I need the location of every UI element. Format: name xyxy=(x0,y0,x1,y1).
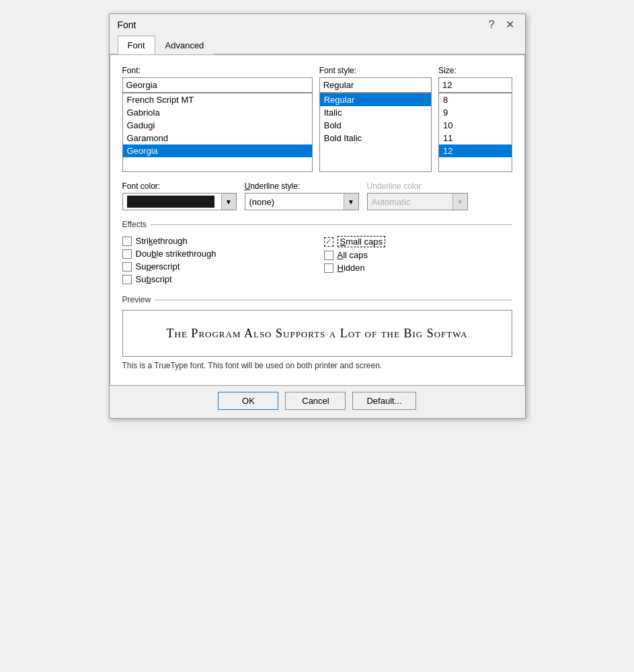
superscript-checkbox[interactable] xyxy=(122,262,132,271)
effects-left-col: StrikStrikethroughethrough Double strike… xyxy=(122,235,311,286)
subscript-label: Subscript xyxy=(136,274,172,284)
size-listbox[interactable]: 8 9 10 11 12 xyxy=(438,93,512,172)
cancel-button[interactable]: Cancel xyxy=(285,392,346,410)
underline-style-label: Underline style: xyxy=(245,181,359,191)
preview-section: Preview The Program Also Supports a Lot … xyxy=(122,295,512,370)
effects-grid: StrikStrikethroughethrough Double strike… xyxy=(122,235,512,286)
style-listbox[interactable]: Regular Italic Bold Bold Italic xyxy=(319,93,432,172)
list-item[interactable]: Gadugi xyxy=(123,119,312,132)
list-item[interactable]: Bold xyxy=(320,119,431,132)
underline-color-group: Underline color: Automatic ▼ xyxy=(367,181,468,210)
dropdown-arrow-icon: ▼ xyxy=(344,194,358,210)
color-value xyxy=(123,194,221,209)
size-label: Size: xyxy=(438,66,512,75)
preview-text: The Program Also Supports a Lot of the B… xyxy=(167,327,468,341)
color-swatch xyxy=(127,196,214,208)
superscript-row: Superscript xyxy=(122,260,311,273)
title-bar-buttons: ? ✕ xyxy=(486,19,517,30)
underline-color-value: Automatic xyxy=(368,197,452,207)
preview-title: Preview xyxy=(122,295,151,304)
colors-row: Font color: ▼ Underline style: (none) ▼ xyxy=(122,181,512,210)
font-input[interactable] xyxy=(122,77,313,93)
underline-color-dropdown[interactable]: Automatic ▼ xyxy=(367,193,468,210)
font-field-group: Font: French Script MT Gabriola Gadugi G… xyxy=(122,66,313,172)
title-bar: Font ? ✕ xyxy=(110,14,525,33)
dropdown-arrow-icon: ▼ xyxy=(221,194,236,210)
strikethrough-label: StrikStrikethroughethrough xyxy=(136,236,188,246)
style-field-group: Font style: Regular Italic Bold Bold Ita… xyxy=(319,66,432,172)
tab-font[interactable]: Font xyxy=(118,36,155,54)
effects-header: Effects xyxy=(122,220,512,229)
size-field-group: Size: 8 9 10 11 12 xyxy=(438,66,512,172)
truetype-note: This is a TrueType font. This font will … xyxy=(122,361,512,370)
all-caps-checkbox[interactable] xyxy=(324,251,333,260)
strikethrough-row: StrikStrikethroughethrough xyxy=(122,235,311,247)
font-color-label: Font color: xyxy=(122,181,237,191)
effects-right-col: Small caps All caps Hidden xyxy=(324,235,512,286)
dialog-footer: OK Cancel Default... xyxy=(110,386,525,418)
help-button[interactable]: ? xyxy=(486,19,498,30)
style-input[interactable] xyxy=(319,77,432,93)
dialog-body: Font: French Script MT Gabriola Gadugi G… xyxy=(110,54,525,386)
list-item[interactable]: 9 xyxy=(439,106,511,119)
tab-advanced[interactable]: Advanced xyxy=(155,36,214,54)
list-item[interactable]: Italic xyxy=(320,106,431,119)
list-item[interactable]: Garamond xyxy=(123,132,312,144)
small-caps-checkbox[interactable] xyxy=(324,237,333,247)
effects-section: Effects StrikStrikethroughethrough xyxy=(122,220,512,286)
subscript-checkbox[interactable] xyxy=(122,275,132,284)
list-item[interactable]: 10 xyxy=(439,119,511,132)
size-input[interactable] xyxy=(438,77,512,93)
double-strikethrough-label: Double strikethrough xyxy=(136,249,216,259)
superscript-label: Superscript xyxy=(136,261,180,271)
font-dialog: Font ? ✕ Font Advanced Font: French Scri… xyxy=(109,13,526,419)
preview-header: Preview xyxy=(122,295,512,304)
underline-style-group: Underline style: (none) ▼ xyxy=(245,181,359,210)
dropdown-arrow-icon: ▼ xyxy=(452,194,467,210)
default-button[interactable]: Default... xyxy=(352,392,415,410)
small-caps-label: Small caps xyxy=(338,236,386,247)
font-label: Font: xyxy=(122,66,313,75)
hidden-row: Hidden xyxy=(324,261,512,274)
style-label: Font style: xyxy=(319,66,432,75)
font-color-dropdown[interactable]: ▼ xyxy=(122,193,237,210)
tabs-container: Font Advanced xyxy=(110,36,525,54)
ok-button[interactable]: OK xyxy=(218,392,278,410)
list-item[interactable]: 11 xyxy=(439,132,511,144)
underline-style-value: (none) xyxy=(245,197,344,207)
list-item[interactable]: Gabriola xyxy=(123,106,312,119)
preview-divider xyxy=(155,300,512,300)
hidden-label: Hidden xyxy=(338,263,365,273)
underline-color-label: Underline color: xyxy=(367,181,468,191)
list-item[interactable]: 8 xyxy=(439,93,511,106)
subscript-row: Subscript xyxy=(122,273,311,286)
fields-row: Font: French Script MT Gabriola Gadugi G… xyxy=(122,66,512,172)
list-item-selected[interactable]: Regular xyxy=(320,93,431,106)
list-item-selected[interactable]: Georgia xyxy=(123,144,312,157)
small-caps-row: Small caps xyxy=(324,235,512,249)
dialog-title: Font xyxy=(118,19,136,30)
double-strikethrough-checkbox[interactable] xyxy=(122,249,132,259)
effects-divider xyxy=(151,224,512,225)
double-strikethrough-row: Double strikethrough xyxy=(122,247,311,260)
effects-title: Effects xyxy=(122,220,147,229)
underline-style-dropdown[interactable]: (none) ▼ xyxy=(245,193,359,210)
preview-box: The Program Also Supports a Lot of the B… xyxy=(122,310,512,357)
strikethrough-checkbox[interactable] xyxy=(122,237,132,246)
font-color-group: Font color: ▼ xyxy=(122,181,237,210)
all-caps-row: All caps xyxy=(324,249,512,261)
close-button[interactable]: ✕ xyxy=(503,19,517,30)
list-item-selected[interactable]: 12 xyxy=(439,144,511,157)
font-listbox[interactable]: French Script MT Gabriola Gadugi Garamon… xyxy=(122,93,313,172)
list-item[interactable]: Bold Italic xyxy=(320,132,431,144)
all-caps-label: All caps xyxy=(338,250,368,260)
list-item[interactable]: French Script MT xyxy=(123,93,312,106)
hidden-checkbox[interactable] xyxy=(324,263,333,273)
